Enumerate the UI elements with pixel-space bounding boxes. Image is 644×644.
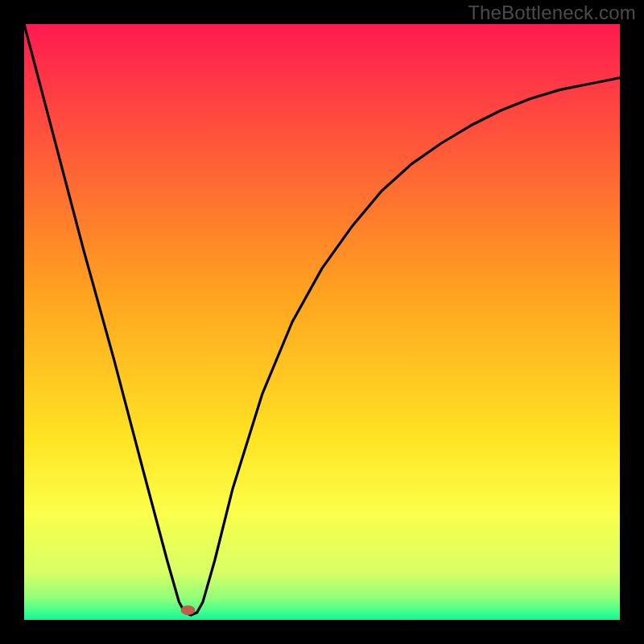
gradient-background	[24, 24, 620, 620]
chart-svg	[24, 24, 620, 620]
minimum-marker-icon	[181, 605, 196, 615]
chart-frame: TheBottleneck.com	[0, 0, 644, 644]
watermark-text: TheBottleneck.com	[468, 2, 636, 24]
plot-area	[24, 24, 620, 620]
